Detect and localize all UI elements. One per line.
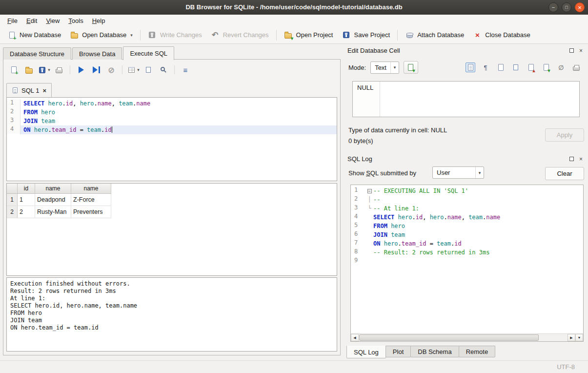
sql-token: FROM xyxy=(23,109,38,116)
close-dock-button[interactable]: × xyxy=(578,47,584,54)
close-database-button[interactable]: × Close Database xyxy=(468,28,535,42)
sql-log-view[interactable]: 1 − -- EXECUTING ALL IN 'SQL 1' 2 │ -- 3… xyxy=(350,185,584,342)
import-cell-button[interactable] xyxy=(541,62,551,72)
revert-changes-icon: ↶ xyxy=(211,31,220,40)
sql-token: hero xyxy=(384,240,398,247)
wrap-lines-button[interactable]: ¶ xyxy=(481,62,490,72)
editor-line: 3 JOIN team xyxy=(7,117,337,125)
menu-bar: File Edit View Tools Help xyxy=(0,15,588,26)
new-database-button[interactable]: New Database xyxy=(3,28,65,42)
execute-sql-panel: ▾ ⊘ ▾ ≡ SQL 1 × 1 SELECT hero.id, hero.n… xyxy=(3,59,341,355)
query-tab-sql1[interactable]: SQL 1 × xyxy=(6,83,52,97)
encoding-indicator[interactable]: UTF-8 xyxy=(557,363,575,371)
open-project-button[interactable]: Open Project xyxy=(280,28,338,42)
find-button[interactable] xyxy=(157,64,170,76)
maximize-icon: □ xyxy=(565,5,568,10)
menu-edit[interactable]: Edit xyxy=(22,16,41,26)
cell[interactable]: Preventers xyxy=(71,206,111,218)
close-button[interactable]: × xyxy=(575,2,585,12)
sql-editor[interactable]: 1 SELECT hero.id, hero.name, team.name 2… xyxy=(6,97,337,181)
open-project-icon xyxy=(284,31,293,40)
editor-code-line[interactable]: FROM hero xyxy=(20,108,337,117)
attach-database-button[interactable]: Attach Database xyxy=(401,28,468,42)
stop-button[interactable]: ⊘ xyxy=(105,64,118,76)
column-header-id[interactable]: id xyxy=(18,184,35,193)
log-line: 2 │ -- xyxy=(351,195,583,204)
open-database-button[interactable]: Open Database ▾ xyxy=(65,28,137,42)
row-number[interactable]: 1 xyxy=(7,194,18,206)
menu-tools[interactable]: Tools xyxy=(64,16,87,26)
copy-cell-button[interactable] xyxy=(511,62,521,72)
sql-token: . xyxy=(444,214,447,221)
new-tab-button[interactable] xyxy=(7,64,20,76)
column-header-name[interactable]: name xyxy=(35,184,71,193)
clear-log-button[interactable]: Clear xyxy=(545,167,584,180)
set-null-button[interactable]: ∅ xyxy=(556,62,566,72)
menu-view[interactable]: View xyxy=(41,16,64,26)
copy-results-button[interactable] xyxy=(142,64,155,76)
cell[interactable]: 1 xyxy=(18,194,35,206)
mode-select[interactable]: Text ▾ xyxy=(370,62,399,74)
sql-token: team_id xyxy=(52,126,77,133)
scroll-left-button[interactable]: ◀ xyxy=(351,334,359,341)
tab-execute-sql[interactable]: Execute SQL xyxy=(123,46,174,60)
execute-all-button[interactable] xyxy=(75,64,87,76)
print-button[interactable] xyxy=(53,64,65,76)
scrollbar-thumb[interactable] xyxy=(359,334,539,341)
sql-token: -- xyxy=(373,196,380,203)
tab-sql-log[interactable]: SQL Log xyxy=(346,346,386,358)
cell[interactable]: Deadpond xyxy=(35,194,71,206)
maximize-button[interactable]: □ xyxy=(562,2,571,12)
close-dock-button[interactable]: × xyxy=(578,156,584,162)
float-icon xyxy=(569,48,574,53)
editor-code-line[interactable]: SELECT hero.id, hero.name, team.name xyxy=(20,99,337,108)
corner-header-cell[interactable] xyxy=(7,184,18,193)
execute-line-button[interactable] xyxy=(90,64,102,76)
format-sql-button[interactable]: ≡ xyxy=(179,64,192,76)
import-file-button[interactable] xyxy=(404,61,418,74)
sql-token xyxy=(380,240,384,247)
cell[interactable]: Rusty-Man xyxy=(35,206,71,218)
column-header-name[interactable]: name xyxy=(71,184,111,193)
save-sql-file-button[interactable]: ▾ xyxy=(38,64,50,76)
minimize-button[interactable]: − xyxy=(548,2,558,12)
export-cell-button[interactable] xyxy=(526,62,536,72)
fold-toggle-icon[interactable]: − xyxy=(365,186,373,195)
execution-messages[interactable]: Execution finished without errors. Resul… xyxy=(6,277,337,352)
tab-remote[interactable]: Remote xyxy=(459,346,496,357)
editor-code-line[interactable]: JOIN team xyxy=(20,117,337,125)
scrollbar-track[interactable] xyxy=(359,334,568,341)
scroll-right-button[interactable]: ▶ xyxy=(568,334,575,341)
row-number[interactable]: 2 xyxy=(7,206,18,218)
sql-token: hero xyxy=(48,100,62,107)
float-dock-button[interactable] xyxy=(568,156,575,162)
text-mode-button[interactable] xyxy=(466,62,475,72)
tab-database-structure[interactable]: Database Structure xyxy=(3,47,71,60)
apply-button[interactable]: Apply xyxy=(545,128,584,142)
write-changes-button[interactable]: Write Changes xyxy=(143,28,206,42)
log-line: 5 FROM hero xyxy=(351,222,583,230)
tab-db-schema[interactable]: DB Schema xyxy=(410,346,459,357)
save-results-button[interactable]: ▾ xyxy=(127,64,140,76)
menu-file[interactable]: File xyxy=(3,16,22,26)
scroll-down-button[interactable]: ▼ xyxy=(575,334,583,341)
stop-icon: ⊘ xyxy=(107,65,116,74)
submitter-select[interactable]: User ▾ xyxy=(432,166,484,179)
cell[interactable]: 2 xyxy=(18,206,35,218)
revert-changes-button[interactable]: ↶ Revert Changes xyxy=(206,28,273,42)
editor-code-line[interactable]: ON hero.team_id = team.id xyxy=(20,125,337,134)
menu-help[interactable]: Help xyxy=(88,16,110,26)
sql-token: -- Result: 2 rows returned in 3ms xyxy=(373,249,489,256)
open-sql-file-button[interactable] xyxy=(22,64,35,76)
open-external-button[interactable] xyxy=(496,62,506,72)
right-dock: Edit Database Cell × Mode: Text ▾ ¶ ∅ xyxy=(344,44,588,360)
save-project-button[interactable]: Save Project xyxy=(337,28,394,42)
cell-editor-area[interactable] xyxy=(380,82,579,117)
float-dock-button[interactable] xyxy=(568,47,575,54)
cell[interactable]: Z-Force xyxy=(71,194,111,206)
tab-plot[interactable]: Plot xyxy=(385,346,411,357)
cell-editor[interactable]: NULL xyxy=(352,81,580,117)
tab-browse-data[interactable]: Browse Data xyxy=(72,47,122,60)
close-tab-icon[interactable]: × xyxy=(42,87,46,94)
print-cell-button[interactable] xyxy=(571,62,581,72)
